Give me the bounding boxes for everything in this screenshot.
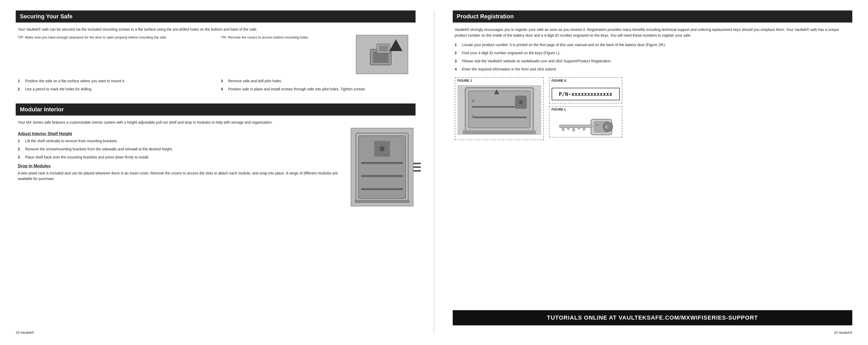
arrow-up-icon — [390, 39, 402, 51]
svg-rect-3 — [379, 46, 388, 51]
drop-text: A twin pistol rack is included and can b… — [18, 171, 345, 181]
figure-j-inner — [458, 85, 541, 135]
page-divider — [434, 10, 434, 335]
svg-point-19 — [519, 100, 523, 104]
svg-rect-15 — [472, 117, 527, 118]
reg-step-3: 3 Please visit the Vaultek® website at v… — [455, 58, 850, 64]
product-reg-steps: 1 Locate your product number. It is prin… — [455, 42, 850, 72]
svg-rect-27 — [559, 125, 592, 127]
modular-section: Modular Interior Your MX Series safe fea… — [16, 101, 415, 213]
securing-steps-grid: 1 Position the safe on a flat surface wh… — [18, 78, 413, 94]
figures-row: FIGURE J — [455, 77, 850, 140]
svg-point-11 — [379, 146, 385, 151]
key-illustration: xxxx V — [552, 117, 620, 138]
tip2: TIP: Remove the covers to access bottom … — [221, 35, 413, 74]
product-reg-body: Vaultek® strongly encourages you to regi… — [453, 27, 852, 140]
right-page-number: 20 Vaultek® — [453, 325, 852, 335]
svg-rect-21 — [463, 131, 536, 134]
securing-header: Securing Your Safe — [16, 10, 415, 23]
modular-img-area — [351, 128, 413, 206]
tutorials-banner: TUTORIALS ONLINE AT VAULTEKSAFE.COM/MXWI… — [453, 310, 852, 325]
svg-point-16 — [471, 99, 475, 103]
securing-steps-right: 3 Remove safe and drill pilot holes. 4 P… — [221, 78, 413, 94]
figure-k-l-col: FIGURE K P/N-xxxxxxxxxxxxx FIGURE L — [549, 77, 622, 140]
right-column: Product Registration Vaultek® strongly e… — [453, 10, 852, 335]
figure-l-label: FIGURE L — [552, 108, 566, 111]
adjust-step-1: 1 Lift the shelf vertically to remove fr… — [18, 138, 345, 144]
figure-k-label: FIGURE K — [552, 79, 566, 83]
svg-point-25 — [603, 122, 613, 132]
figure-j-box: FIGURE J — [455, 77, 544, 140]
adjust-heading: Adjust Interior Shelf Height — [18, 132, 345, 136]
step-4: 4 Position safe in place and install scr… — [221, 86, 413, 92]
spacer — [453, 140, 852, 310]
tips-row: TIP: Make sure you have enough clearance… — [18, 35, 413, 74]
svg-text:xxxx: xxxx — [595, 124, 599, 126]
securing-body: Your Vaultek® safe can be secured via th… — [16, 27, 415, 94]
modular-safe-svg — [353, 131, 411, 204]
key-svg: xxxx V — [557, 117, 614, 138]
securing-diagram — [356, 35, 408, 74]
modular-body: Your MX Series safe features a customiza… — [16, 120, 415, 206]
adjust-steps: 1 Lift the shelf vertically to remove fr… — [18, 138, 345, 160]
right-content: Product Registration Vaultek® strongly e… — [453, 10, 852, 335]
svg-rect-7 — [361, 175, 403, 177]
drop-heading: Drop In Modules — [18, 164, 345, 168]
reg-step-1: 1 Locate your product number. It is prin… — [455, 42, 850, 48]
reg-step-4: 4 Enter the required information in the … — [455, 66, 850, 72]
product-reg-section: Product Registration Vaultek® strongly e… — [453, 10, 852, 140]
shelf-line-2 — [413, 166, 421, 168]
svg-rect-28 — [562, 127, 564, 131]
securing-intro: Your Vaultek® safe can be secured via th… — [18, 27, 413, 32]
reg-step-2: 2 Find your 4-digit ID number engraved o… — [455, 50, 850, 56]
svg-rect-8 — [361, 188, 403, 190]
shelf-line-3 — [413, 170, 421, 172]
adjust-step-2: 2 Remove the screw/mounting brackets fro… — [18, 146, 345, 152]
figure-j-svg — [463, 85, 536, 135]
left-column: Securing Your Safe Your Vaultek® safe ca… — [16, 10, 415, 335]
step-1: 1 Position the safe on a flat surface wh… — [18, 78, 210, 84]
left-page-number: 19 Vaultek® — [16, 325, 415, 335]
svg-rect-29 — [567, 127, 569, 130]
shelf-bracket-indicators — [413, 163, 421, 172]
page-container: Securing Your Safe Your Vaultek® safe ca… — [0, 0, 868, 345]
modular-text-col: Adjust Interior Shelf Height 1 Lift the … — [18, 128, 345, 206]
svg-rect-31 — [578, 127, 580, 129]
step-3: 3 Remove safe and drill pilot holes. — [221, 78, 413, 84]
figure-k-box: FIGURE K P/N-xxxxxxxxxxxxx — [549, 77, 622, 104]
svg-rect-6 — [361, 162, 403, 164]
svg-text:V: V — [606, 126, 608, 128]
figure-j-label: FIGURE J — [458, 79, 472, 83]
svg-rect-32 — [583, 127, 585, 130]
modular-intro: Your MX Series safe features a customiza… — [18, 120, 413, 125]
svg-rect-9 — [354, 200, 409, 203]
figure-l-box: FIGURE L xxxx — [549, 106, 622, 138]
svg-rect-30 — [572, 127, 575, 131]
adjust-step-3: 3 Place shelf back onto the mounting bra… — [18, 154, 345, 160]
securing-section: Securing Your Safe Your Vaultek® safe ca… — [16, 10, 415, 101]
shelf-line-1 — [413, 163, 421, 164]
pn-box: P/N-xxxxxxxxxxxxx — [552, 88, 620, 100]
securing-steps-left: 1 Position the safe on a flat surface wh… — [18, 78, 210, 94]
step-2: 2 Use a pencil to mark the holes for dri… — [18, 86, 210, 92]
modular-content: Adjust Interior Shelf Height 1 Lift the … — [18, 128, 413, 206]
svg-point-17 — [471, 115, 475, 118]
modular-safe-diagram — [351, 128, 413, 206]
modular-header: Modular Interior — [16, 104, 415, 116]
product-reg-intro: Vaultek® strongly encourages you to regi… — [455, 27, 850, 38]
product-reg-header: Product Registration — [453, 10, 852, 23]
tip1: TIP: Make sure you have enough clearance… — [18, 35, 210, 74]
